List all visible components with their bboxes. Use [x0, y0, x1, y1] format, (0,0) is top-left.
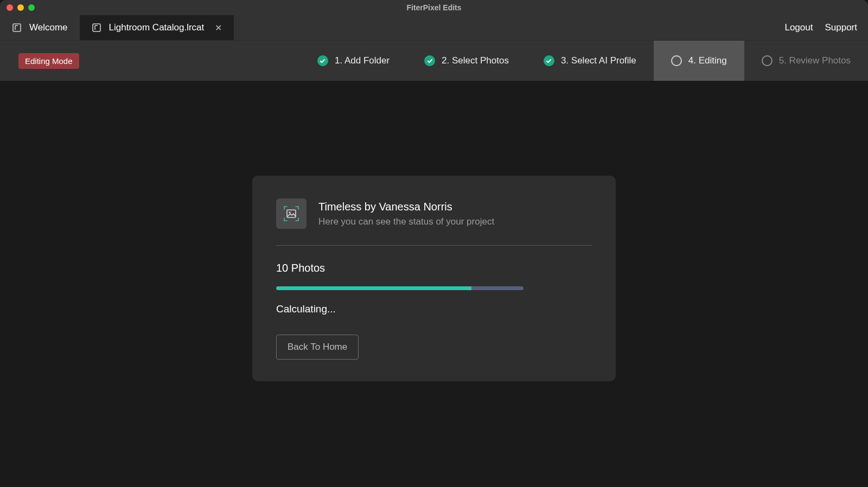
status-text: Calculating... — [276, 303, 592, 315]
logout-link[interactable]: Logout — [784, 22, 813, 33]
steps-list: 1. Add Folder 2. Select Photos 3. Select… — [300, 41, 868, 81]
editing-mode-badge: Editing Mode — [18, 53, 79, 69]
step-select-ai-profile[interactable]: 3. Select AI Profile — [526, 41, 654, 81]
check-circle-icon — [424, 55, 435, 66]
progress-fill — [276, 286, 471, 290]
tabs-list: Welcome Lightroom Catalog.lrcat ✕ — [0, 15, 234, 40]
svg-rect-1 — [93, 24, 100, 31]
project-header: Timeless by Vanessa Norris Here you can … — [276, 198, 592, 229]
close-icon[interactable]: ✕ — [215, 23, 222, 33]
mode-badge-wrap: Editing Mode — [18, 41, 79, 81]
check-circle-icon — [544, 55, 554, 66]
svg-rect-0 — [13, 24, 21, 31]
tab-label: Lightroom Catalog.lrcat — [109, 22, 205, 33]
project-title: Timeless by Vanessa Norris — [318, 201, 494, 213]
app-logo-icon — [92, 23, 101, 33]
step-label: 3. Select AI Profile — [561, 55, 636, 66]
card-actions: Back To Home — [276, 335, 592, 360]
step-label: 1. Add Folder — [335, 55, 390, 66]
photos-count: 10 Photos — [276, 262, 592, 274]
tabs-row: Welcome Lightroom Catalog.lrcat ✕ Logout… — [0, 15, 868, 40]
support-link[interactable]: Support — [825, 22, 857, 33]
progress-bar — [276, 286, 524, 290]
step-label: 4. Editing — [688, 55, 727, 66]
tab-label: Welcome — [29, 22, 68, 33]
tab-catalog[interactable]: Lightroom Catalog.lrcat ✕ — [80, 15, 234, 40]
window-titlebar: FiterPixel Edits — [0, 0, 868, 15]
project-status-card: Timeless by Vanessa Norris Here you can … — [252, 176, 616, 381]
traffic-lights — [0, 4, 35, 11]
step-editing[interactable]: 4. Editing — [654, 41, 744, 81]
step-select-photos[interactable]: 2. Select Photos — [407, 41, 526, 81]
main-area: Timeless by Vanessa Norris Here you can … — [0, 81, 868, 487]
header-links: Logout Support — [784, 15, 868, 40]
check-circle-icon — [317, 55, 328, 66]
window-close-button[interactable] — [7, 4, 13, 11]
step-review-photos[interactable]: 5. Review Photos — [744, 41, 868, 81]
project-subtitle: Here you can see the status of your proj… — [318, 216, 494, 227]
step-bar: Editing Mode 1. Add Folder 2. Select Pho… — [0, 40, 868, 81]
step-label: 2. Select Photos — [442, 55, 509, 66]
step-label: 5. Review Photos — [779, 55, 851, 66]
radio-empty-icon — [671, 55, 682, 66]
window-title: FiterPixel Edits — [406, 3, 461, 12]
photo-icon — [276, 198, 307, 229]
step-add-folder[interactable]: 1. Add Folder — [300, 41, 407, 81]
app-logo-icon — [12, 23, 22, 33]
back-to-home-button[interactable]: Back To Home — [276, 335, 359, 360]
svg-rect-2 — [287, 210, 296, 217]
divider — [276, 245, 592, 246]
window-minimize-button[interactable] — [17, 4, 24, 11]
radio-empty-icon — [762, 55, 773, 66]
svg-point-3 — [289, 212, 290, 213]
tab-welcome[interactable]: Welcome — [0, 15, 80, 40]
window-maximize-button[interactable] — [28, 4, 35, 11]
